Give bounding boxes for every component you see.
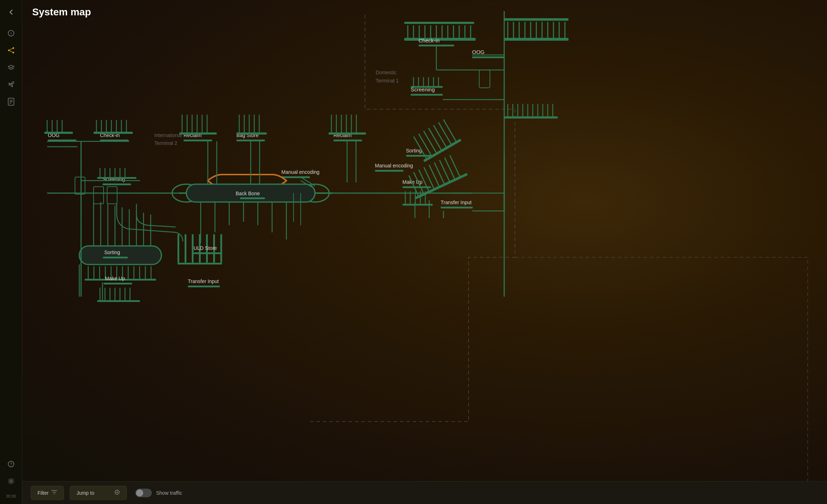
svg-rect-35 [479,70,490,88]
svg-text:Back Bone: Back Bone [236,191,260,196]
svg-text:Check-in: Check-in [418,37,440,44]
svg-rect-14 [404,38,476,41]
show-traffic-toggle[interactable] [135,489,152,497]
svg-line-127 [438,122,451,144]
svg-point-252 [116,492,118,493]
svg-text:Terminal 2: Terminal 2 [154,140,177,146]
svg-text:Transfer Input: Transfer Input [441,200,472,205]
svg-rect-154 [240,197,265,199]
svg-line-126 [433,125,446,147]
svg-rect-103 [236,140,265,141]
sidebar-item-info[interactable]: i [4,26,18,40]
svg-rect-32 [472,56,504,58]
svg-rect-27 [404,22,474,24]
sidebar: i ? [0,0,22,504]
svg-rect-47 [504,38,568,41]
svg-rect-159 [103,257,128,258]
svg-text:Sorting: Sorting [406,148,422,153]
jump-to-button[interactable]: Jump to [70,486,127,500]
svg-rect-59 [504,18,568,21]
svg-point-4 [12,52,14,54]
svg-rect-105 [334,140,362,141]
svg-rect-113 [236,132,267,135]
svg-rect-156 [441,207,473,208]
svg-rect-143 [97,177,136,179]
svg-text:Transfer Input: Transfer Input [188,278,219,284]
svg-rect-38 [411,86,443,88]
show-traffic-toggle-area: Show traffic [135,489,182,497]
sidebar-item-settings[interactable] [4,474,18,488]
svg-text:Terminal 1: Terminal 1 [376,78,399,84]
back-button[interactable] [5,6,17,20]
svg-text:ULD Store: ULD Store [194,245,217,251]
svg-line-5 [9,49,12,50]
svg-rect-184 [185,234,186,263]
svg-line-125 [428,128,441,150]
svg-text:International: International [154,132,182,138]
svg-rect-135 [402,204,433,206]
sidebar-item-help[interactable]: ? [4,457,18,471]
svg-rect-189 [220,234,222,263]
svg-line-128 [443,120,456,141]
svg-rect-106 [329,132,366,135]
svg-rect-37 [411,94,443,96]
svg-point-13 [10,480,12,482]
toggle-knob [136,489,143,497]
svg-rect-192 [194,252,222,254]
filter-label: Filter [37,490,49,496]
sidebar-item-connections[interactable] [4,43,18,57]
jump-icon [114,489,120,496]
svg-rect-79 [94,132,133,134]
show-traffic-label: Show traffic [156,490,182,496]
sidebar-item-document[interactable] [4,95,18,109]
svg-rect-183 [177,234,179,263]
svg-text:Make Up: Make Up [105,276,125,281]
svg-text:Manual encoding: Manual encoding [375,163,413,168]
svg-rect-194 [188,286,220,287]
svg-text:i: i [10,31,11,35]
svg-rect-202 [107,187,117,204]
filter-icon [51,490,57,496]
svg-rect-60 [504,116,558,119]
svg-line-6 [9,51,12,52]
svg-rect-190 [177,263,222,264]
svg-rect-142 [102,183,131,185]
filter-button[interactable]: Filter [31,486,64,500]
svg-text:Domestic: Domestic [376,70,396,75]
svg-rect-175 [97,300,140,302]
svg-rect-132 [375,170,404,172]
page-title: System map [22,0,101,24]
svg-line-124 [423,131,436,153]
sidebar-item-layers[interactable] [4,60,18,75]
svg-text:OOG: OOG [472,49,485,55]
svg-text:Manual encoding: Manual encoding [281,169,320,175]
svg-rect-87 [44,132,73,134]
toolbar: Filter Jump to [22,481,827,504]
svg-rect-95 [179,132,217,135]
svg-point-3 [12,47,14,49]
svg-rect-174 [104,283,132,284]
svg-rect-94 [184,140,212,141]
svg-rect-157 [79,246,161,264]
svg-rect-92 [75,177,85,194]
jump-label: Jump to [76,490,94,496]
svg-rect-201 [94,187,104,204]
system-map-svg[interactable]: Check-in OOG Screening [22,0,827,504]
main-area: System map [22,0,827,504]
sidebar-item-flight[interactable] [4,77,18,92]
sidebar-time: 20:30 [6,494,16,498]
svg-text:Sorting: Sorting [104,250,120,255]
svg-point-2 [8,50,10,51]
svg-text:?: ? [10,462,12,466]
svg-rect-130 [281,176,310,178]
